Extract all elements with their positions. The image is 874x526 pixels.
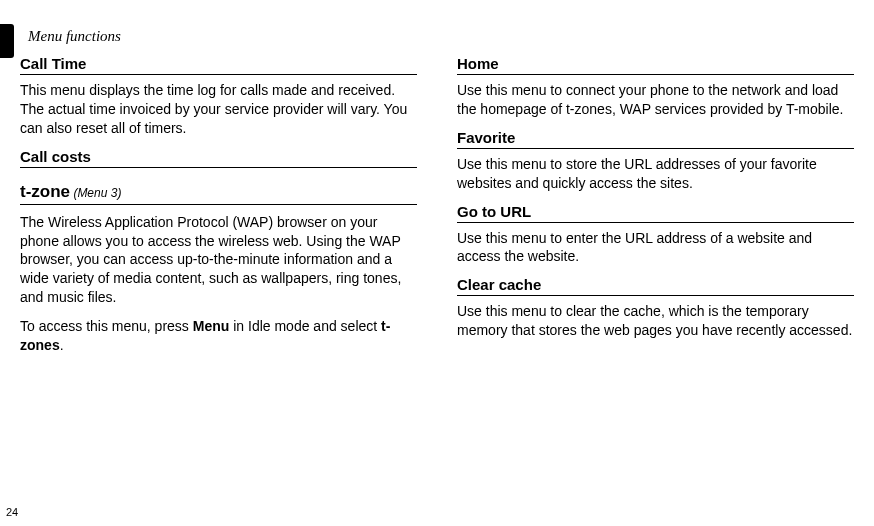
heading-call-costs: Call costs <box>20 148 417 168</box>
heading-home: Home <box>457 55 854 75</box>
body-tzone-2-menu: Menu <box>193 318 230 334</box>
left-column: Call Time This menu displays the time lo… <box>20 51 417 365</box>
chapter-tab-marker <box>0 24 14 58</box>
heading-tzone-text: t-zone <box>20 182 70 201</box>
body-call-time: This menu displays the time log for call… <box>20 81 417 138</box>
heading-tzone: t-zone (Menu 3) <box>20 182 417 205</box>
body-tzone-2c: . <box>60 337 64 353</box>
heading-call-time: Call Time <box>20 55 417 75</box>
right-column: Home Use this menu to connect your phone… <box>457 51 854 365</box>
two-column-layout: Call Time This menu displays the time lo… <box>20 51 854 365</box>
body-home: Use this menu to connect your phone to t… <box>457 81 854 119</box>
page-number: 24 <box>6 506 18 518</box>
heading-favorite: Favorite <box>457 129 854 149</box>
body-tzone-2a: To access this menu, press <box>20 318 193 334</box>
body-clearcache: Use this menu to clear the cache, which … <box>457 302 854 340</box>
body-tzone-2: To access this menu, press Menu in Idle … <box>20 317 417 355</box>
chapter-title: Menu functions <box>28 28 854 45</box>
body-favorite: Use this menu to store the URL addresses… <box>457 155 854 193</box>
body-tzone-1: The Wireless Application Protocol (WAP) … <box>20 213 417 307</box>
body-tzone-2b: in Idle mode and select <box>229 318 381 334</box>
body-gotourl: Use this menu to enter the URL address o… <box>457 229 854 267</box>
heading-clearcache: Clear cache <box>457 276 854 296</box>
heading-tzone-menuref: (Menu 3) <box>70 186 121 200</box>
heading-gotourl: Go to URL <box>457 203 854 223</box>
